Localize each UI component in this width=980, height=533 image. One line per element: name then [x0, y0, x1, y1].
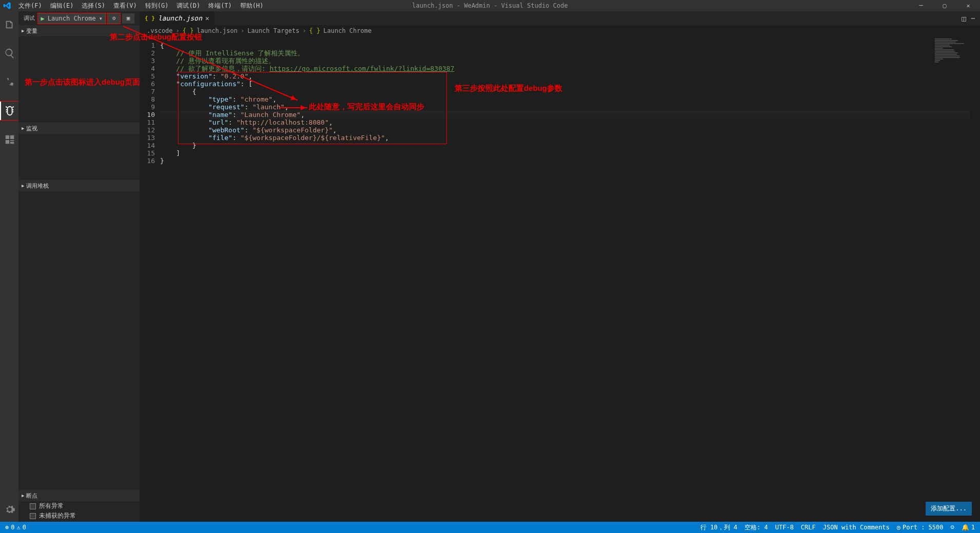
breakpoint-label: 所有异常: [39, 502, 64, 510]
section-callstack-header[interactable]: ▶ 调用堆栈: [18, 180, 140, 191]
split-editor-icon[interactable]: ◫: [962, 14, 966, 23]
tab-label: launch.json: [158, 14, 202, 22]
section-breakpoints-header[interactable]: ▶ 断点: [18, 490, 140, 501]
title-bar: 文件(F) 编辑(E) 选择(S) 查看(V) 转到(G) 调试(D) 终端(T…: [0, 0, 980, 11]
error-icon: ⊗: [5, 524, 9, 531]
json-file-icon: { }: [309, 27, 321, 34]
section-breakpoints-body: 所有异常 未捕获的异常: [18, 501, 140, 522]
dropdown-icon: ▾: [99, 15, 103, 22]
chevron-down-icon: ▶: [22, 126, 24, 131]
close-button[interactable]: ✕: [956, 0, 980, 11]
menu-help[interactable]: 帮助(H): [236, 0, 268, 11]
activity-explorer-icon[interactable]: [0, 15, 18, 34]
bell-icon: 🔔: [962, 524, 969, 531]
window-title: launch.json - WeAdmin - Visual Studio Co…: [412, 2, 567, 9]
line-number-gutter: 12345678910111213141516: [140, 36, 160, 522]
debug-console-button[interactable]: ▣: [122, 13, 134, 24]
status-bar: ⊗0 ⚠0 行 10，列 4 空格: 4 UTF-8 CRLF JSON wit…: [0, 522, 980, 533]
json-file-icon: { }: [145, 15, 155, 22]
breakpoint-label: 未捕获的异常: [39, 511, 76, 520]
activity-scm-icon[interactable]: [0, 73, 18, 91]
broadcast-icon: ◎: [897, 524, 900, 531]
breadcrumbs[interactable]: .vscode› { } launch.json› Launch Targets…: [140, 25, 980, 36]
annotation-arrow-2: [280, 107, 307, 108]
menu-select[interactable]: 选择(S): [77, 0, 109, 11]
activity-settings-icon[interactable]: [0, 500, 18, 519]
debug-config-label: Launch Chrome: [48, 15, 96, 22]
menu-go[interactable]: 转到(G): [141, 0, 173, 11]
code-editor[interactable]: 12345678910111213141516 { // 使用 IntelliS…: [140, 36, 980, 522]
activity-search-icon[interactable]: [0, 44, 18, 63]
code-content[interactable]: { // 使用 IntelliSense 了解相关属性。 // 悬停以查看现有属…: [160, 36, 980, 522]
warning-icon: ⚠: [16, 524, 20, 531]
menu-edit[interactable]: 编辑(E): [46, 0, 78, 11]
status-feedback[interactable]: ☺: [951, 524, 954, 531]
breakpoint-all-exceptions[interactable]: 所有异常: [18, 501, 140, 511]
repl-icon: ▣: [127, 15, 130, 22]
play-icon: ▶: [41, 15, 45, 22]
debug-config-selector[interactable]: ▶ Launch Chrome ▾: [38, 13, 106, 24]
status-cursor[interactable]: 行 10，列 4: [700, 523, 737, 532]
section-variables-header[interactable]: ▶ 变量: [18, 25, 140, 36]
activity-debug-icon[interactable]: [0, 102, 18, 120]
current-line-highlight: [160, 111, 970, 119]
checkbox-icon[interactable]: [30, 503, 36, 509]
section-watch-label: 监视: [26, 125, 37, 132]
breadcrumb-symbol[interactable]: Launch Chrome: [323, 27, 371, 34]
menu-debug[interactable]: 调试(D): [172, 0, 204, 11]
breakpoint-uncaught-exceptions[interactable]: 未捕获的异常: [18, 511, 140, 521]
status-port[interactable]: ◎ Port : 5500: [897, 524, 944, 531]
breadcrumb-folder[interactable]: .vscode: [147, 27, 173, 34]
maximize-button[interactable]: ▢: [933, 0, 956, 11]
tab-launch-json[interactable]: { } launch.json ✕: [140, 11, 215, 25]
more-actions-icon[interactable]: ⋯: [971, 15, 975, 22]
debug-sidebar: 调试 ▶ Launch Chrome ▾ ⚙ ▣ ▶ 变量 ▶: [18, 11, 140, 522]
add-configuration-button[interactable]: 添加配置...: [926, 502, 972, 516]
window-controls: ─ ▢ ✕: [909, 0, 980, 11]
section-callstack-body: [18, 191, 140, 490]
status-notifications[interactable]: 🔔 1: [962, 524, 975, 531]
menu-terminal[interactable]: 终端(T): [204, 0, 236, 11]
menu-view[interactable]: 查看(V): [109, 0, 141, 11]
section-breakpoints-label: 断点: [26, 492, 37, 500]
activity-bar: [0, 11, 18, 522]
activity-extensions-icon[interactable]: [0, 130, 18, 149]
smiley-icon: ☺: [951, 524, 954, 531]
section-watch-body: [18, 134, 140, 180]
vscode-logo-icon: [0, 0, 14, 11]
minimize-button[interactable]: ─: [909, 0, 933, 11]
breadcrumb-file[interactable]: launch.json: [197, 27, 238, 34]
status-encoding[interactable]: UTF-8: [775, 524, 794, 531]
chevron-down-icon: ▶: [22, 493, 24, 498]
gear-icon: ⚙: [112, 15, 116, 22]
section-variables-label: 变量: [26, 27, 37, 35]
minimap[interactable]: [933, 36, 979, 67]
tab-close-icon[interactable]: ✕: [205, 14, 209, 22]
json-file-icon: { }: [183, 27, 194, 34]
menu-file[interactable]: 文件(F): [14, 0, 46, 11]
editor-tabs: { } launch.json ✕ ◫ ⋯: [140, 11, 980, 25]
status-indent[interactable]: 空格: 4: [744, 523, 768, 532]
debug-settings-button[interactable]: ⚙: [108, 13, 120, 24]
section-variables-body: [18, 36, 140, 123]
chevron-down-icon: ▶: [22, 28, 24, 33]
sidebar-title: 调试: [24, 14, 35, 22]
checkbox-icon[interactable]: [30, 513, 36, 519]
section-callstack-label: 调用堆栈: [26, 182, 49, 190]
editor-area: { } launch.json ✕ ◫ ⋯ .vscode› { } launc…: [140, 11, 980, 522]
section-watch-header[interactable]: ▶ 监视: [18, 123, 140, 134]
chevron-down-icon: ▶: [22, 183, 24, 188]
status-eol[interactable]: CRLF: [801, 524, 816, 531]
menu-bar: 文件(F) 编辑(E) 选择(S) 查看(V) 转到(G) 调试(D) 终端(T…: [14, 0, 268, 11]
status-language[interactable]: JSON with Comments: [823, 524, 890, 531]
status-problems[interactable]: ⊗0 ⚠0: [5, 524, 26, 531]
breadcrumb-symbol[interactable]: Launch Targets: [247, 27, 299, 34]
